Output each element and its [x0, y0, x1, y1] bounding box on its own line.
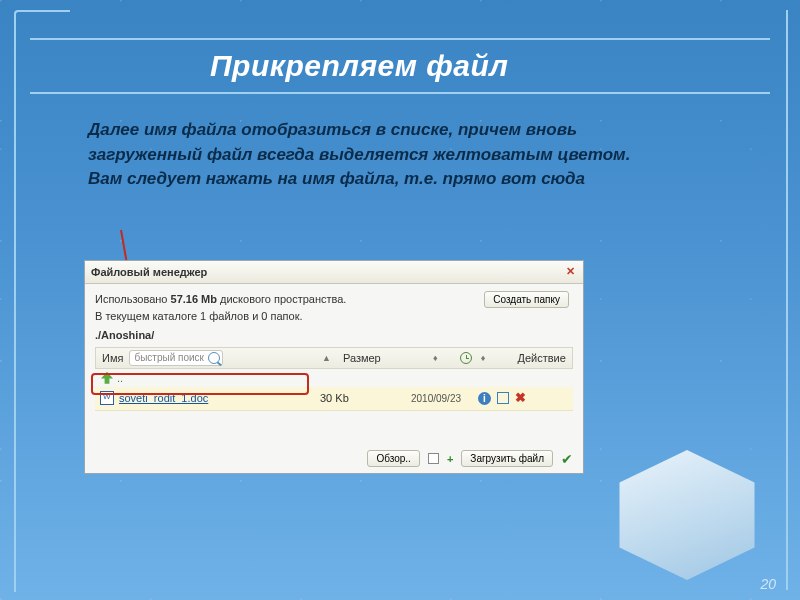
col-size-label: Размер [343, 352, 381, 364]
upload-checkbox[interactable] [428, 453, 439, 464]
disk-usage-line2: В текущем каталоге 1 файлов и 0 папок. [95, 309, 573, 324]
file-actions: i ✖ [468, 392, 573, 405]
search-placeholder: быстрый поиск [134, 352, 204, 363]
fm-body: Использовано 57.16 Mb дискового простран… [85, 284, 583, 417]
search-icon[interactable] [208, 352, 220, 364]
close-icon[interactable]: ✕ [563, 265, 577, 279]
upload-button[interactable]: Загрузить файл [461, 450, 553, 467]
sort-size-icon[interactable]: ♦ [427, 353, 444, 363]
file-manager-window: Файловый менеджер ✕ Использовано 57.16 M… [84, 260, 584, 474]
delete-icon[interactable]: ✖ [515, 392, 526, 404]
slide-title: Прикрепляем файл [210, 49, 509, 83]
sort-name-icon[interactable]: ▲ [316, 353, 337, 363]
clock-icon [460, 352, 472, 364]
sort-date-icon[interactable]: ♦ [475, 353, 492, 363]
check-icon[interactable]: ✔ [561, 451, 573, 467]
slide-number: 20 [760, 576, 776, 592]
file-size-cell: 30 Kb [314, 392, 404, 404]
col-name[interactable]: Имя быстрый поиск [96, 350, 316, 366]
fm-title: Файловый менеджер [91, 266, 207, 278]
quick-search-input[interactable]: быстрый поиск [129, 350, 223, 366]
browse-button[interactable]: Обзор.. [367, 450, 419, 467]
fm-titlebar: Файловый менеджер ✕ [85, 261, 583, 284]
usage-suffix: дискового пространства. [217, 293, 346, 305]
usage-prefix: Использовано [95, 293, 171, 305]
decor-left [14, 10, 70, 36]
column-header-row: Имя быстрый поиск ▲ Размер ♦ ♦ Действие [95, 347, 573, 369]
title-band: Прикрепляем файл [30, 38, 770, 94]
decor-right [764, 10, 788, 590]
slide-description: Далее имя файла отобразиться в списке, п… [88, 118, 668, 192]
col-action: Действие [508, 352, 572, 364]
file-date-cell: 2010/09/23 [404, 393, 468, 404]
usage-size: 57.16 Mb [171, 293, 217, 305]
edit-icon[interactable] [497, 392, 509, 404]
hexagon-decor [612, 450, 762, 580]
slide-stage: Прикрепляем файл Далее имя файла отобраз… [0, 0, 800, 600]
fm-footer: Обзор.. + Загрузить файл ✔ [367, 450, 573, 467]
current-path[interactable]: ./Anoshina/ [95, 329, 573, 341]
create-folder-button[interactable]: Создать папку [484, 291, 569, 308]
col-name-label: Имя [102, 352, 123, 364]
col-date[interactable]: ♦ [444, 352, 508, 364]
plus-icon[interactable]: + [447, 453, 453, 465]
callout-highlight-box [91, 373, 309, 395]
info-icon[interactable]: i [478, 392, 491, 405]
col-size[interactable]: Размер [337, 352, 427, 364]
